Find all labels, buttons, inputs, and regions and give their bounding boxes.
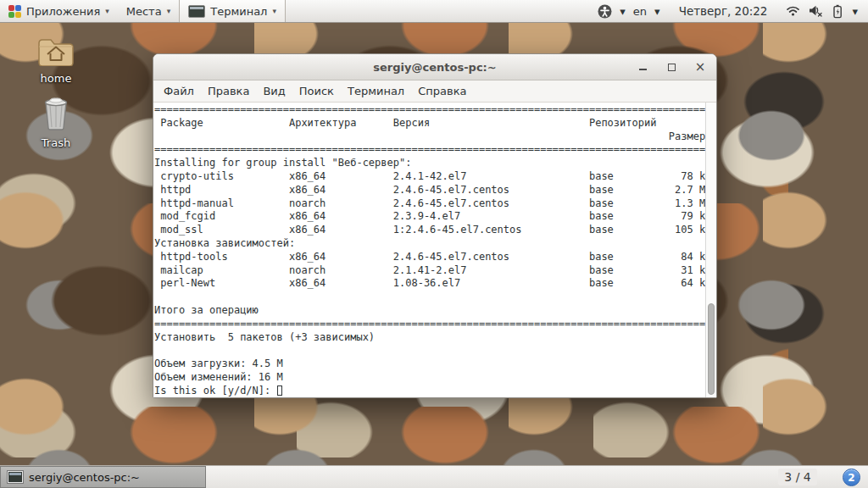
top-panel: Приложения ▾ Места ▾ Терминал ▾ ▾ en ▾ xyxy=(0,0,868,23)
scrollbar-track[interactable] xyxy=(705,103,716,397)
minimize-icon xyxy=(639,69,647,70)
terminal-menu-item[interactable]: Вид xyxy=(256,82,292,100)
desktop-icon-label: Trash xyxy=(29,136,83,149)
terminal-menu-item[interactable]: Правка xyxy=(201,82,256,100)
active-app-terminal-menu[interactable]: Терминал ▾ xyxy=(179,0,286,22)
battery-charging-icon[interactable] xyxy=(831,4,844,19)
volume-muted-icon[interactable] xyxy=(808,4,823,18)
terminal-output: ========================================… xyxy=(153,103,705,397)
terminal-window-icon xyxy=(8,471,23,483)
chevron-down-icon[interactable]: ▾ xyxy=(852,5,858,18)
desktop-icon-label: home xyxy=(29,72,83,85)
chevron-down-icon: ▾ xyxy=(105,7,109,15)
minimize-button[interactable] xyxy=(637,61,648,73)
keyboard-layout-indicator[interactable]: en xyxy=(633,5,647,18)
window-titlebar[interactable]: sergiy@centos-pc:~ × xyxy=(153,54,716,80)
workspace-indicator: 3 / 4 xyxy=(784,470,810,484)
places-menu[interactable]: Места ▾ xyxy=(118,0,179,22)
home-folder-icon xyxy=(36,36,75,66)
notification-badge[interactable]: 2 xyxy=(843,469,860,486)
close-button[interactable]: × xyxy=(694,61,706,73)
terminal-screen[interactable]: ========================================… xyxy=(153,103,716,397)
taskbar-window-button[interactable]: sergiy@centos-pc:~ xyxy=(0,466,206,488)
applications-icon xyxy=(8,5,21,18)
applications-label: Приложения xyxy=(26,5,100,18)
terminal-window-icon xyxy=(188,5,205,18)
accessibility-icon[interactable] xyxy=(598,4,612,19)
desktop-icon-trash[interactable]: Trash xyxy=(29,95,83,149)
bottom-panel: sergiy@centos-pc:~ 3 / 4 2 xyxy=(0,465,868,488)
scrollbar-thumb[interactable] xyxy=(708,303,715,395)
terminal-app-label: Терминал xyxy=(210,5,267,18)
terminal-menubar: ФайлПравкаВидПоискТерминалСправка xyxy=(153,80,716,103)
chevron-down-icon[interactable]: ▾ xyxy=(620,5,626,18)
close-icon: × xyxy=(695,61,706,74)
window-title: sergiy@centos-pc:~ xyxy=(373,61,496,74)
taskbar-window-label: sergiy@centos-pc:~ xyxy=(29,471,140,484)
workspace-switcher[interactable]: 3 / 4 xyxy=(778,469,817,485)
desktop-icon-home[interactable]: home xyxy=(29,36,83,85)
trash-icon xyxy=(41,95,71,130)
chevron-down-icon: ▾ xyxy=(167,7,171,15)
chevron-down-icon[interactable]: ▾ xyxy=(654,5,660,18)
maximize-button[interactable] xyxy=(665,61,677,73)
chevron-down-icon: ▾ xyxy=(272,7,276,15)
terminal-menu-item[interactable]: Справка xyxy=(411,82,473,100)
terminal-menu-item[interactable]: Поиск xyxy=(292,82,341,100)
places-label: Места xyxy=(126,5,162,18)
terminal-window: sergiy@centos-pc:~ × ФайлПравкаВидПоискТ… xyxy=(153,53,717,398)
applications-menu[interactable]: Приложения ▾ xyxy=(0,0,118,22)
clock[interactable]: Четверг, 20:22 xyxy=(679,4,768,18)
wifi-icon[interactable] xyxy=(786,4,800,18)
terminal-menu-item[interactable]: Файл xyxy=(157,82,201,100)
terminal-cursor xyxy=(277,385,282,396)
terminal-menu-item[interactable]: Терминал xyxy=(341,82,411,100)
maximize-icon xyxy=(668,64,676,71)
notification-count: 2 xyxy=(848,472,854,484)
